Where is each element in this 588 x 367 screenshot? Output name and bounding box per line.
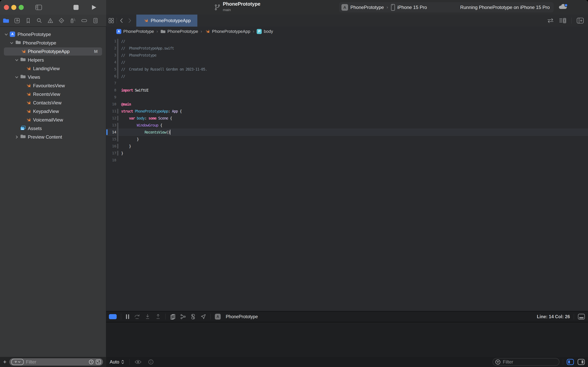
sidebar-item-landingview[interactable]: LandingView <box>0 64 106 73</box>
sidebar-item-favouritesview[interactable]: FavouritesView <box>0 82 106 90</box>
cloud-status-icon[interactable] <box>558 3 569 11</box>
line-number[interactable]: 18 <box>106 157 116 164</box>
disclosure-chevron-icon[interactable] <box>15 75 18 79</box>
code-fold-ribbon[interactable] <box>117 144 118 149</box>
code-line[interactable]: struct PhonePrototypeApp: App { <box>121 108 182 115</box>
line-number[interactable]: 2 <box>106 45 116 52</box>
code-fold-ribbon[interactable] <box>117 109 118 114</box>
zoom-button[interactable] <box>19 5 24 10</box>
bookmark-navigator-icon[interactable] <box>25 18 31 24</box>
code-line[interactable]: } <box>121 143 131 150</box>
line-number[interactable]: 7 <box>106 80 116 87</box>
breadcrumb-item-body[interactable]: Pbody <box>257 29 273 34</box>
line-number[interactable]: 14 <box>106 129 116 136</box>
code-line[interactable]: // PhonePrototype <box>121 52 156 59</box>
line-number[interactable]: 1 <box>106 38 116 45</box>
disclosure-chevron-icon[interactable] <box>15 135 18 139</box>
line-number[interactable]: 11 <box>106 108 116 115</box>
filter-icon[interactable] <box>11 359 24 365</box>
view-hierarchy-icon[interactable] <box>170 314 176 320</box>
code-review-icon[interactable] <box>547 18 554 23</box>
stop-button[interactable] <box>74 5 79 10</box>
breadcrumb-item-phoneprototype[interactable]: PhonePrototype <box>160 29 198 34</box>
code-line[interactable]: // <box>121 59 125 66</box>
sidebar-item-voicemailview[interactable]: VoicemailView <box>0 116 106 124</box>
code-line[interactable]: import SwiftUI <box>121 87 149 94</box>
breakpoint-navigator-icon[interactable] <box>81 18 87 24</box>
pause-execution-icon[interactable] <box>126 314 130 319</box>
code-fold-ribbon[interactable] <box>117 123 118 142</box>
scheme-activity-pill[interactable]: A PhonePrototype › iPhone 15 Pro Running… <box>339 2 554 12</box>
line-number[interactable]: 10 <box>106 101 116 108</box>
updown-chevrons-icon[interactable] <box>121 360 124 364</box>
sidebar-item-contactsview[interactable]: ContactsView <box>0 99 106 107</box>
line-number[interactable]: 4 <box>106 59 116 66</box>
variables-view-mode[interactable]: Auto <box>110 359 119 365</box>
editor-options-icon[interactable] <box>559 18 566 24</box>
code-fold-ribbon[interactable] <box>117 116 118 121</box>
add-file-button[interactable]: + <box>3 359 7 365</box>
debug-console-area[interactable] <box>106 322 588 357</box>
memory-graph-icon[interactable] <box>180 314 186 320</box>
code-line[interactable]: // PhonePrototypeApp.swift <box>121 45 174 52</box>
line-number[interactable]: 9 <box>106 94 116 101</box>
navigator-filter-field[interactable] <box>9 358 103 366</box>
run-button[interactable] <box>91 4 97 10</box>
console-filter-field[interactable] <box>493 358 559 366</box>
tab-phoneprototypeapp[interactable]: PhonePrototypeApp <box>136 15 197 27</box>
hide-debug-area-button[interactable] <box>109 314 117 319</box>
source-editor[interactable]: 1//2// PhonePrototypeApp.swift3// PhoneP… <box>106 36 588 311</box>
sidebar-item-preview-content[interactable]: Preview Content <box>0 133 106 141</box>
related-items-icon[interactable] <box>109 18 114 23</box>
code-line[interactable]: // Created by Russell Gordon on 2023-11-… <box>121 66 207 73</box>
code-line[interactable]: var body: some Scene { <box>121 115 172 122</box>
line-number[interactable]: 13 <box>106 122 116 129</box>
code-line[interactable]: } <box>121 150 123 157</box>
code-fold-ribbon[interactable] <box>117 39 118 79</box>
line-number[interactable]: 12 <box>106 115 116 122</box>
step-into-icon[interactable] <box>144 314 151 320</box>
code-line[interactable]: } <box>121 136 139 143</box>
navigator-filter-input[interactable] <box>26 359 87 365</box>
line-number[interactable]: 16 <box>106 143 116 150</box>
simulate-location-icon[interactable] <box>200 314 206 320</box>
sidebar-item-views[interactable]: Views <box>0 73 106 82</box>
back-button[interactable] <box>120 18 124 23</box>
line-number[interactable]: 3 <box>106 52 116 59</box>
console-filter-input[interactable] <box>503 359 557 365</box>
source-control-navigator-icon[interactable] <box>14 18 20 24</box>
minimize-button[interactable] <box>11 5 16 10</box>
recent-files-clock-icon[interactable] <box>89 359 94 365</box>
disclosure-chevron-icon[interactable] <box>10 41 13 45</box>
sidebar-item-phoneprototype[interactable]: PhonePrototype <box>0 39 106 47</box>
report-navigator-icon[interactable] <box>92 18 98 24</box>
code-line[interactable]: RecentsView() <box>121 129 170 136</box>
sidebar-item-phoneprototypeapp[interactable]: PhonePrototypeAppM <box>0 47 106 56</box>
show-variables-view-icon[interactable] <box>567 359 574 365</box>
disclosure-chevron-icon[interactable] <box>15 58 18 62</box>
show-console-view-icon[interactable] <box>578 359 585 365</box>
info-icon[interactable] <box>148 359 154 365</box>
breadcrumb-item-phoneprototype[interactable]: APhonePrototype <box>116 29 154 34</box>
project-navigator-icon[interactable] <box>3 18 9 23</box>
step-out-icon[interactable] <box>155 314 161 320</box>
breadcrumb-item-phoneprototypeapp[interactable]: PhonePrototypeApp <box>205 29 250 34</box>
issue-navigator-icon[interactable] <box>47 18 53 24</box>
sidebar-item-assets[interactable]: Assets <box>0 124 106 133</box>
sidebar-item-helpers[interactable]: Helpers <box>0 56 106 64</box>
code-line[interactable]: // <box>121 73 125 80</box>
environment-overrides-icon[interactable] <box>190 314 196 320</box>
scheme-name[interactable]: PhonePrototype <box>350 5 384 10</box>
code-line[interactable]: WindowGroup { <box>121 122 162 129</box>
line-number[interactable]: 17 <box>106 150 116 157</box>
run-destination[interactable]: iPhone 15 Pro <box>397 5 427 10</box>
running-process-label[interactable]: PhonePrototype <box>226 314 258 319</box>
source-control-status-filter-icon[interactable] <box>96 359 101 365</box>
disclosure-chevron-icon[interactable] <box>5 33 8 36</box>
step-over-icon[interactable] <box>134 314 140 320</box>
code-line[interactable]: @main <box>121 101 131 108</box>
find-navigator-icon[interactable] <box>36 18 42 24</box>
test-navigator-icon[interactable] <box>59 18 64 24</box>
quicklook-eye-icon[interactable] <box>134 360 142 364</box>
add-editor-icon[interactable] <box>577 18 584 24</box>
